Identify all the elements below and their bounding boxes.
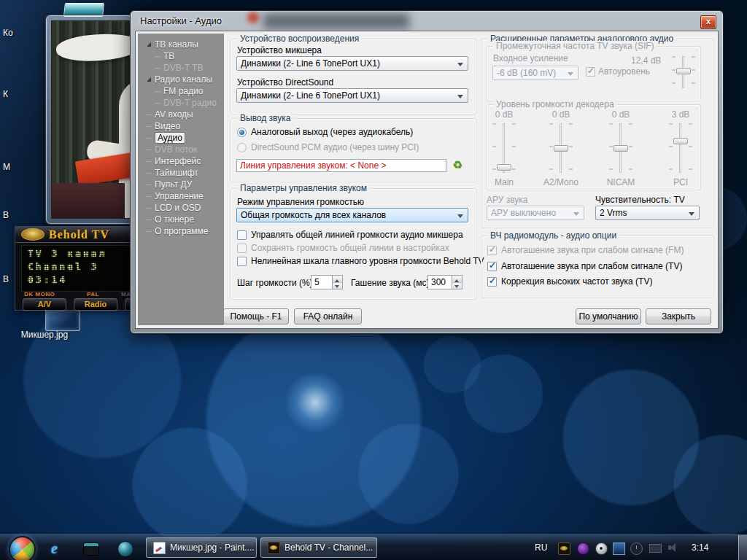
mute-time-value[interactable]: 300 [427,275,452,289]
slider-thumb [554,145,568,152]
av-button[interactable]: A/V [23,298,66,311]
volume-mode-combo[interactable]: Общая громкость для всех каналов [236,208,468,222]
tray-display-icon[interactable] [613,542,625,555]
language-indicator[interactable]: RU [535,535,547,560]
sensitivity-combo[interactable]: 2 Vrms [595,206,700,220]
lcd-line-1: TV 3 канал [28,248,107,259]
spin-up-button[interactable] [452,276,462,282]
dialog-titlebar[interactable]: Настройки - Аудио [131,11,723,31]
spin-down-button[interactable] [333,282,342,289]
spin-down-button[interactable] [452,282,462,289]
mute-time-spinner[interactable]: 300 [427,275,462,289]
sensitivity-label: Чувствительность: TV [595,195,685,205]
autolevel-label: Автоуровень [598,66,650,77]
fm-mute-checkbox [487,246,497,255]
slider-value: 0 dB [491,109,517,120]
radio-button[interactable]: Radio [74,298,117,311]
tray-torrent-icon[interactable] [577,542,589,555]
tray-behold-icon[interactable] [558,542,570,555]
lcd-line-3: 03:14 [28,274,67,285]
mute-time-label: Гашение звука (мс) [351,278,430,288]
tv-mute-checkbox[interactable] [487,262,497,271]
analog-output-radio[interactable] [237,128,247,137]
tray-clock-icon[interactable] [630,542,643,555]
tray-monitor-icon[interactable] [649,544,662,553]
defaults-button[interactable]: По умолчанию [576,308,641,324]
pcm-output-radio [237,143,247,152]
fm-mute-label: Автогашение звука при слабом сигнале (FM… [501,245,684,255]
autolevel-checkbox [586,67,595,77]
tree-item-about-program[interactable]: О программе [138,225,224,237]
tree-item-timeshift[interactable]: Таймшифт [138,167,224,179]
volume-step-value[interactable]: 5 [311,275,333,289]
tree-item-video[interactable]: Видео [138,120,224,132]
nonlinear-scale-label[interactable]: Нелинейная шкала главного уровня громкос… [251,256,484,266]
treble-correction-checkbox[interactable] [487,277,497,287]
close-dialog-button[interactable]: Закрыть [646,308,711,324]
tree-item-dvbt-radio: DVB-T радио [138,97,224,109]
taskbar-button-paint[interactable]: Микшер.jpg - Paint.... [146,537,257,558]
start-button[interactable] [9,536,36,560]
sif-level-value: 12,4 dB [631,55,661,66]
mixer-file-label[interactable]: Микшер.jpg [4,330,85,340]
close-button[interactable]: x [700,15,716,29]
master-line-checkbox[interactable] [237,230,247,240]
tree-item-radio-channels[interactable]: Радио каналы [138,74,224,85]
faq-button[interactable]: FAQ онлайн [294,308,362,324]
group-caption: ВЧ радиомодуль - аудио опции [487,230,619,241]
treble-correction-label[interactable]: Коррекция высоких частот звука (TV) [501,276,652,287]
refresh-icon[interactable]: ♻ [450,158,465,172]
status-video-standard: PAL [87,291,99,298]
tree-item-lcd-osd[interactable]: LCD и OSD [138,202,224,214]
spin-up-button[interactable] [333,276,342,282]
expander-icon[interactable] [147,42,151,47]
desktop-icon-label[interactable]: В [3,210,9,220]
tree-item-interface[interactable]: Интерфейс [138,155,224,167]
group-caption: Параметры управления звуком [237,183,370,193]
tree-item-about-tuner[interactable]: О тюнере [138,214,224,225]
input-gain-label: Входное усиление [493,53,568,63]
help-button[interactable]: Помощь - F1 [223,308,289,324]
tree-item-remote[interactable]: Пульт ДУ [138,179,224,190]
desktop-icon-label[interactable]: М [3,162,10,172]
tree-item-fm-radio[interactable]: FM радио [138,85,224,97]
expander-icon[interactable] [147,77,151,82]
show-desktop-button[interactable] [738,535,747,560]
tree-item-tv-channels[interactable]: ТВ каналы [138,39,224,50]
dialog-title: Настройки - Аудио [140,15,222,26]
tray-app-icon[interactable] [595,542,608,555]
mixer-file-icon[interactable] [45,309,80,331]
desktop-icon-label[interactable]: Ко [3,28,13,38]
volume-step-spinner[interactable]: 5 [311,275,343,289]
close-icon: x [706,17,711,26]
player-icon[interactable] [117,541,133,557]
desktop-icon-label[interactable]: К [3,89,8,99]
decoder-slider-pci [667,119,694,177]
decoder-slider-a2mono [548,119,574,177]
desk-shape [51,183,125,219]
desktop-icon-label[interactable]: В [3,274,9,284]
tree-item-audio[interactable]: Аудио [138,132,224,144]
analog-output-label[interactable]: Аналоговый выход (через аудиокабель) [251,127,413,137]
tree-item-av-inputs[interactable]: AV входы [138,109,224,120]
task-label: Микшер.jpg - Paint.... [170,542,255,553]
master-line-label[interactable]: Управлять общей линией громкости аудио м… [251,230,463,240]
decoder-slider-main [491,119,517,177]
clock[interactable]: 3:14 [692,535,708,560]
mixer-device-combo[interactable]: Динамики (2- Line 6 TonePort UX1) [236,56,468,71]
internet-explorer-icon[interactable]: e [51,541,66,556]
settings-tree: ТВ каналы ТВ DVB-T ТВ Радио каналы FM ра… [138,34,224,325]
tree-item-tv[interactable]: ТВ [138,50,224,62]
nonlinear-scale-checkbox[interactable] [237,257,247,266]
slider-thumb [676,68,691,74]
media-app-icon[interactable] [83,542,99,556]
tv-mute-label[interactable]: Автогашение звука при слабом сигнале (TV… [501,261,682,271]
directsound-device-label: Устройство DirectSound [237,77,333,88]
tree-item-control[interactable]: Управление [138,190,224,202]
widget-title: Behold TV [49,228,109,241]
slider-name: Main [491,177,517,187]
slider-value: 0 dB [608,109,634,120]
taskbar-button-behold[interactable]: Behold TV - Channel... [260,537,377,558]
directsound-device-combo[interactable]: Динамики (2- Line 6 TonePort UX1) [236,88,468,103]
tray-speaker-icon[interactable] [668,545,671,550]
